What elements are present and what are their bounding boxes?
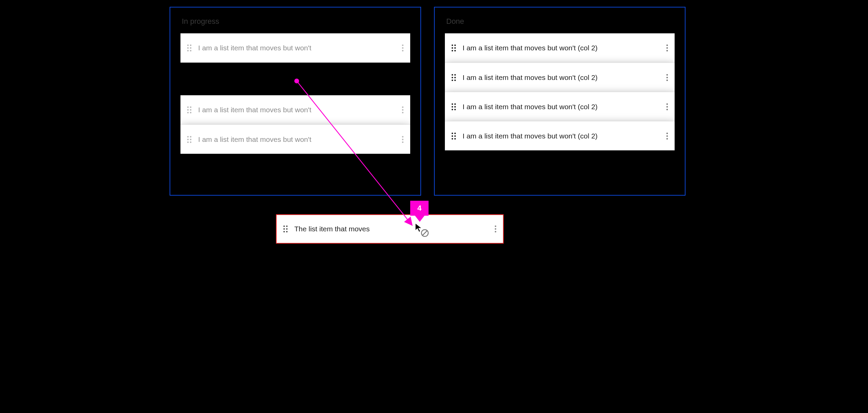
svg-point-60: [666, 132, 668, 134]
svg-point-2: [187, 47, 189, 49]
list-item-text: I am a list item that moves but won't: [192, 106, 401, 114]
svg-point-71: [495, 226, 497, 227]
svg-point-67: [283, 228, 285, 230]
svg-point-49: [452, 109, 453, 110]
list-item[interactable]: I am a list item that moves but won't: [180, 33, 410, 63]
svg-point-4: [187, 50, 189, 52]
svg-point-16: [402, 109, 404, 111]
list-item-text: I am a list item that moves but won't: [192, 135, 401, 144]
svg-point-52: [666, 106, 668, 108]
svg-point-20: [187, 138, 189, 140]
svg-point-33: [666, 45, 668, 46]
list-item[interactable]: I am a list item that moves but won't: [180, 95, 410, 125]
grip-icon[interactable]: [283, 225, 288, 233]
grip-icon[interactable]: [451, 73, 456, 82]
svg-point-27: [452, 45, 453, 46]
grip-icon[interactable]: [187, 44, 192, 52]
cursor-no-drop-icon: [414, 222, 433, 242]
list-item-text: I am a list item that moves but won't: [192, 44, 401, 52]
svg-point-47: [452, 106, 453, 108]
svg-point-48: [454, 106, 456, 108]
svg-point-59: [454, 138, 456, 139]
more-icon[interactable]: [494, 225, 497, 233]
grip-icon[interactable]: [451, 102, 456, 111]
svg-point-29: [452, 47, 453, 49]
svg-point-41: [454, 79, 456, 81]
more-icon[interactable]: [666, 73, 669, 82]
drag-ghost-card[interactable]: The list item that moves: [276, 214, 504, 244]
svg-point-0: [187, 45, 189, 46]
svg-point-6: [402, 45, 404, 46]
column-title: In progress: [182, 17, 410, 26]
svg-point-53: [666, 109, 668, 110]
svg-point-18: [187, 136, 189, 137]
svg-point-24: [402, 136, 404, 137]
svg-point-38: [452, 77, 453, 78]
drop-gap: [180, 63, 410, 95]
svg-point-35: [666, 50, 668, 52]
svg-point-70: [286, 231, 288, 233]
svg-point-15: [402, 106, 404, 108]
svg-point-22: [187, 141, 189, 143]
svg-point-30: [454, 47, 456, 49]
more-icon[interactable]: [666, 132, 669, 141]
column-in-progress: In progress I am a list item that moves …: [170, 7, 421, 196]
svg-point-43: [666, 77, 668, 78]
svg-point-12: [190, 109, 192, 111]
list-item[interactable]: I am a list item that moves but won't (c…: [445, 92, 675, 121]
svg-point-65: [283, 226, 285, 227]
svg-point-34: [666, 47, 668, 49]
svg-point-36: [452, 74, 453, 76]
card-group: I am a list item that moves but won't: [180, 33, 410, 63]
svg-point-1: [190, 45, 192, 46]
more-icon[interactable]: [401, 44, 404, 52]
list-item-text: I am a list item that moves but won't (c…: [456, 44, 666, 52]
svg-point-58: [452, 138, 453, 139]
card-group: I am a list item that moves but won't (c…: [445, 33, 675, 150]
svg-point-69: [283, 231, 285, 233]
grip-icon[interactable]: [451, 44, 456, 52]
svg-point-51: [666, 103, 668, 105]
more-icon[interactable]: [666, 44, 669, 52]
list-item-text: I am a list item that moves but won't (c…: [456, 103, 666, 111]
svg-point-62: [666, 138, 668, 139]
grip-icon[interactable]: [187, 135, 192, 144]
list-item[interactable]: I am a list item that moves but won't: [180, 125, 410, 154]
svg-point-39: [454, 77, 456, 78]
more-icon[interactable]: [401, 105, 404, 114]
svg-point-3: [190, 47, 192, 49]
grip-icon[interactable]: [187, 105, 192, 114]
svg-point-25: [402, 138, 404, 140]
svg-point-37: [454, 74, 456, 76]
more-icon[interactable]: [401, 135, 404, 144]
card-group: I am a list item that moves but won't: [180, 95, 410, 154]
svg-point-50: [454, 109, 456, 110]
annotation-number: 4: [417, 204, 421, 213]
list-item-text: I am a list item that moves but won't (c…: [456, 73, 666, 82]
svg-point-66: [286, 226, 288, 227]
svg-point-17: [402, 112, 404, 114]
column-done: Done I am a list item that moves but won…: [434, 7, 685, 196]
list-item-text: I am a list item that moves but won't (c…: [456, 132, 666, 140]
svg-point-45: [452, 103, 453, 105]
grip-icon[interactable]: [451, 132, 456, 141]
svg-point-28: [454, 45, 456, 46]
svg-point-40: [452, 79, 453, 81]
svg-point-56: [452, 135, 453, 137]
more-icon[interactable]: [666, 102, 669, 111]
svg-point-7: [402, 47, 404, 49]
svg-point-13: [187, 112, 189, 114]
svg-point-42: [666, 74, 668, 76]
svg-point-5: [190, 50, 192, 52]
annotation-marker: 4: [410, 201, 429, 216]
svg-point-68: [286, 228, 288, 230]
svg-point-8: [402, 50, 404, 52]
list-item[interactable]: I am a list item that moves but won't (c…: [445, 63, 675, 92]
svg-point-55: [454, 132, 456, 134]
svg-point-23: [190, 141, 192, 143]
svg-point-21: [190, 138, 192, 140]
svg-point-10: [190, 106, 192, 108]
list-item[interactable]: I am a list item that moves but won't (c…: [445, 33, 675, 63]
drag-ghost-text: The list item that moves: [288, 225, 494, 233]
list-item[interactable]: I am a list item that moves but won't (c…: [445, 121, 675, 150]
